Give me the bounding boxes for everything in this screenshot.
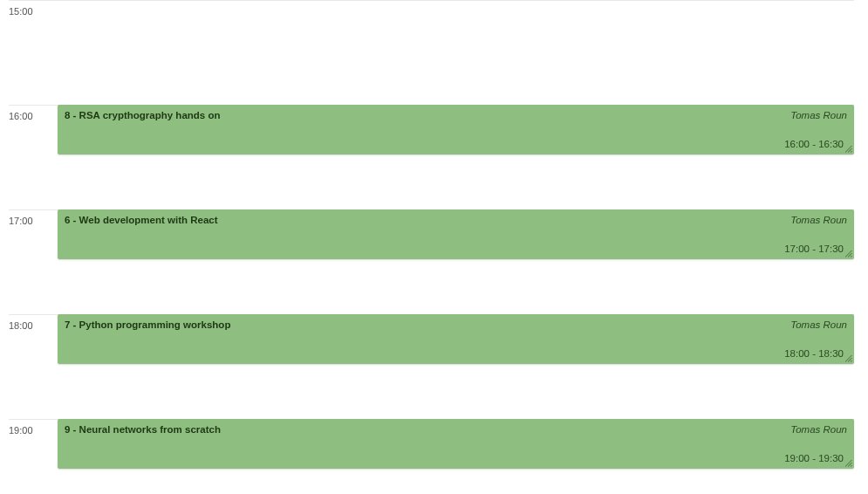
event-header: 8 - RSA crypthography hands on Tomas Rou… xyxy=(65,110,847,120)
calendar-grid: 15:00 16:00 17:00 18:00 19:00 8 - RSA cr… xyxy=(9,0,854,489)
hour-label: 19:00 xyxy=(9,425,33,436)
calendar-event[interactable]: 6 - Web development with React Tomas Rou… xyxy=(58,209,854,259)
event-presenter: Tomas Roun xyxy=(790,215,847,225)
event-time: 16:00 - 16:30 xyxy=(784,139,844,149)
events-layer: 8 - RSA crypthography hands on Tomas Rou… xyxy=(58,0,854,489)
event-time: 19:00 - 19:30 xyxy=(784,453,844,463)
event-title: 8 - RSA crypthography hands on xyxy=(65,110,220,120)
event-presenter: Tomas Roun xyxy=(790,424,847,435)
event-header: 6 - Web development with React Tomas Rou… xyxy=(65,215,847,225)
hour-label: 16:00 xyxy=(9,111,33,121)
event-time: 17:00 - 17:30 xyxy=(784,244,844,254)
event-presenter: Tomas Roun xyxy=(790,110,847,120)
hour-label: 15:00 xyxy=(9,6,33,17)
event-header: 7 - Python programming workshop Tomas Ro… xyxy=(65,319,847,330)
event-title: 9 - Neural networks from scratch xyxy=(65,424,221,435)
hour-label: 17:00 xyxy=(9,216,33,226)
calendar-event[interactable]: 8 - RSA crypthography hands on Tomas Rou… xyxy=(58,105,854,154)
resize-handle-icon[interactable] xyxy=(845,146,852,153)
resize-handle-icon[interactable] xyxy=(845,355,852,362)
event-time: 18:00 - 18:30 xyxy=(784,348,844,359)
event-title: 7 - Python programming workshop xyxy=(65,319,230,330)
hour-label: 18:00 xyxy=(9,320,33,331)
resize-handle-icon[interactable] xyxy=(845,460,852,467)
resize-handle-icon[interactable] xyxy=(845,250,852,257)
calendar-event[interactable]: 9 - Neural networks from scratch Tomas R… xyxy=(58,419,854,469)
event-presenter: Tomas Roun xyxy=(790,319,847,330)
calendar-event[interactable]: 7 - Python programming workshop Tomas Ro… xyxy=(58,314,854,364)
event-title: 6 - Web development with React xyxy=(65,215,218,225)
event-header: 9 - Neural networks from scratch Tomas R… xyxy=(65,424,847,435)
